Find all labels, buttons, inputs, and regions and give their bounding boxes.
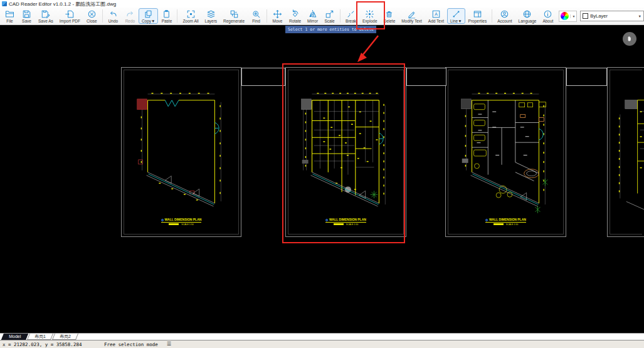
tab-布局1[interactable]: 布局1 <box>27 334 53 340</box>
status-bar: x = 21282.023, y = 35858.284 Free select… <box>0 340 644 348</box>
zoom-all-icon <box>186 9 196 19</box>
color-wheel-icon <box>561 12 569 20</box>
cad-reader-window: CAD Reader Editor v1.0.1.2 - 鹏皓洗浴工图.dwg … <box>0 0 644 348</box>
line-button[interactable]: Line▼ <box>447 8 465 24</box>
move-button[interactable]: Move <box>269 8 286 24</box>
toolbar-button-label: Import PDF <box>60 19 80 24</box>
toolbar-button-label: Rotate <box>289 19 301 24</box>
tab-model[interactable]: Model <box>1 334 28 340</box>
detail-bubble-icon <box>161 219 164 221</box>
about-button[interactable]: About <box>539 8 556 24</box>
toolbar-separator <box>340 9 340 23</box>
window-title: CAD Reader Editor v1.0.1.2 - 鹏皓洗浴工图.dwg <box>9 1 116 8</box>
folder-icon <box>5 9 14 19</box>
import-icon <box>65 9 75 19</box>
save-as-button[interactable]: Save As <box>35 8 56 24</box>
toolbar-button-label: Regenerate <box>223 19 245 24</box>
drawing-sheet-1[interactable]: WALL DIMENSION PLAN SCALE 1:50 <box>121 67 241 237</box>
cursor-coordinates: x = 21282.023, y = 35858.284 <box>3 342 104 347</box>
trash-icon <box>384 9 394 19</box>
break-button[interactable]: Break <box>342 8 359 24</box>
floppy-icon <box>22 9 31 19</box>
add-text-icon: A <box>431 9 441 19</box>
zoom-all-button[interactable]: Zoom All <box>179 8 201 24</box>
redo-button[interactable]: Redo <box>122 8 139 24</box>
toolbar-button-label: Undo <box>108 19 119 24</box>
chevron-down-icon: ▼ <box>570 14 575 18</box>
detail-bubble-icon <box>485 219 488 221</box>
layout-tabs-bar: Model布局1布局2 <box>0 333 644 340</box>
title-bar: CAD Reader Editor v1.0.1.2 - 鹏皓洗浴工图.dwg <box>0 0 644 8</box>
layer-select[interactable]: ByLayer▼ <box>580 11 644 21</box>
drawing-subtitle <box>494 223 504 225</box>
paste-icon <box>162 9 171 19</box>
toolbar-button-label: Delete <box>383 19 395 24</box>
save-button[interactable]: Save <box>18 8 35 24</box>
toolbar-button-label: Save As <box>38 19 53 24</box>
toolbar-button-label: File <box>6 19 13 24</box>
floor-plan-drawing-4 <box>608 68 644 236</box>
modify-text-button[interactable]: Modify Text <box>398 8 425 24</box>
drawing-scale: SCALE 1:50 <box>181 223 193 226</box>
sheet-connector-block <box>566 68 607 86</box>
move-icon <box>273 9 282 19</box>
close-button[interactable]: Close <box>83 8 100 24</box>
toolbar-button-label: Modify Text <box>401 19 422 24</box>
toolbar-button-label: Redo <box>125 19 135 24</box>
paste-button[interactable]: Paste <box>158 8 175 24</box>
drawing-title-block: WALL DIMENSION PLAN SCALE 1:50 <box>122 216 241 226</box>
undo-button[interactable]: Undo <box>105 8 122 24</box>
toolbar-button-label: Layers <box>205 19 218 24</box>
explode-icon <box>365 9 374 19</box>
globe-icon <box>522 9 532 19</box>
toolbar-button-label: Language <box>519 19 537 24</box>
selection-mode-label: Free selection mode <box>104 342 158 347</box>
scale-icon <box>325 9 334 19</box>
add-text-button[interactable]: AAdd Text <box>425 8 447 24</box>
copy-button[interactable]: Copy▼ <box>139 8 159 24</box>
tab-label: 布局2 <box>60 334 71 340</box>
tab-label: 布局1 <box>34 334 46 340</box>
tab-布局2[interactable]: 布局2 <box>52 334 78 340</box>
hand-icon <box>626 35 633 43</box>
toolbar-button-label: Find <box>252 19 260 24</box>
file-button[interactable]: File <box>1 8 18 24</box>
toolbar-button-label: Close <box>87 19 97 24</box>
layers-button[interactable]: Layers <box>202 8 220 24</box>
toolbar-button-label: Break <box>346 19 356 24</box>
selection-highlight-rect <box>282 63 405 243</box>
properties-button[interactable]: Properties <box>465 8 490 24</box>
toolbar-button-label: Explode <box>362 19 377 24</box>
import-pdf-button[interactable]: Import PDF <box>56 8 83 24</box>
toolbar-separator <box>177 9 177 23</box>
regenerate-button[interactable]: Regenerate <box>220 8 248 24</box>
scale-button[interactable]: Scale <box>321 8 338 24</box>
info-icon <box>543 9 552 19</box>
drawing-sheet-4[interactable] <box>607 67 644 237</box>
find-button[interactable]: Find <box>248 8 265 24</box>
floor-plan-drawing-1 <box>122 68 241 236</box>
break-icon <box>346 9 356 19</box>
drawing-canvas[interactable]: WALL DIMENSION PLAN SCALE 1:50 <box>0 25 644 333</box>
toolbar-button-label: Zoom All <box>182 19 198 24</box>
mirror-button[interactable]: Mirror <box>304 8 321 24</box>
status-menu-icon[interactable]: ☰ <box>167 342 171 347</box>
undo-icon <box>108 9 118 19</box>
toolbar-button-label: Account <box>497 19 512 24</box>
account-button[interactable]: Account <box>494 8 515 24</box>
drawing-subtitle <box>169 223 179 225</box>
mirror-icon <box>308 9 317 19</box>
tab-label: Model <box>9 334 21 339</box>
drawing-title: WALL DIMENSION PLAN <box>489 218 526 221</box>
toolbar-button-label: Paste <box>162 19 172 24</box>
delete-button[interactable]: Delete <box>380 8 398 24</box>
drawing-sheet-3[interactable]: WALL DIMENSION PLAN SCALE 1:50 <box>445 67 566 237</box>
language-button[interactable]: Language <box>515 8 540 24</box>
rotate-button[interactable]: Rotate <box>286 8 304 24</box>
color-picker-button[interactable]: ▼ <box>559 11 577 22</box>
regen-icon <box>230 9 239 19</box>
sheet-connector-block <box>406 68 446 86</box>
pan-button[interactable] <box>623 32 636 46</box>
modify-text-icon <box>407 9 416 19</box>
explode-button[interactable]: Explode <box>359 8 380 24</box>
